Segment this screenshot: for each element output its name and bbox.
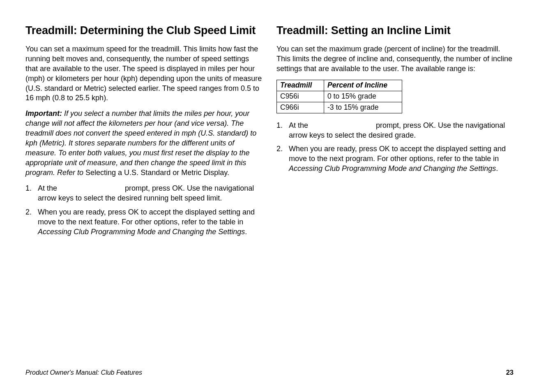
document-page: Treadmill: Determining the Club Speed Li… (0, 0, 539, 392)
left-step-2-italic: Accessing Club Programming Mode and Chan… (38, 228, 245, 236)
left-step-1-b: prompt, press OK. Use the navigational a… (38, 184, 254, 202)
left-step-1-a: At the (38, 184, 59, 192)
page-footer: Product Owner's Manual: Club Features 23 (25, 369, 514, 376)
left-column: Treadmill: Determining the Club Speed Li… (25, 24, 263, 241)
left-steps-list: At the prompt, press OK. Use the navigat… (25, 184, 263, 237)
left-step-1: At the prompt, press OK. Use the navigat… (25, 184, 263, 203)
left-important-paragraph: Important: If you select a number that l… (25, 109, 263, 178)
th-percent-incline: Percent of Incline (324, 80, 402, 91)
table-row: C956i 0 to 15% grade (277, 91, 402, 102)
td-range: 0 to 15% grade (324, 91, 402, 102)
right-step-1-a: At the (289, 121, 310, 129)
two-column-layout: Treadmill: Determining the Club Speed Li… (25, 24, 514, 241)
important-tail: Selecting a U.S. Standard or Metric Disp… (85, 168, 229, 177)
left-step-2: When you are ready, press OK to accept t… (25, 208, 263, 237)
right-heading: Treadmill: Setting an Incline Limit (276, 24, 514, 38)
right-intro-paragraph: You can set the maximum grade (percent o… (276, 44, 514, 74)
important-body-italic: If you select a number that limits the m… (25, 109, 256, 177)
left-step-2-a: When you are ready, press OK to accept t… (38, 208, 255, 226)
left-intro-paragraph: You can set a maximum speed for the trea… (25, 44, 263, 104)
left-heading: Treadmill: Determining the Club Speed Li… (25, 24, 263, 38)
td-model: C966i (277, 102, 324, 113)
right-step-2: When you are ready, press OK to accept t… (276, 144, 514, 174)
right-step-2-c: . (496, 164, 498, 173)
td-model: C956i (277, 91, 324, 102)
table-row: C966i -3 to 15% grade (277, 102, 402, 113)
right-step-2-italic: Accessing Club Programming Mode and Chan… (289, 164, 496, 173)
important-label: Important: (25, 109, 62, 118)
right-column: Treadmill: Setting an Incline Limit You … (276, 24, 514, 241)
left-step-2-c: . (245, 228, 247, 236)
right-steps-list: At the prompt, press OK. Use the navigat… (276, 121, 514, 174)
td-range: -3 to 15% grade (324, 102, 402, 113)
right-step-2-a: When you are ready, press OK to accept t… (289, 145, 506, 163)
table-header-row: Treadmill Percent of Incline (277, 80, 402, 91)
right-step-1: At the prompt, press OK. Use the navigat… (276, 121, 514, 141)
incline-range-table: Treadmill Percent of Incline C956i 0 to … (276, 80, 402, 113)
page-number: 23 (506, 369, 514, 376)
footer-title: Product Owner's Manual: Club Features (25, 369, 142, 376)
th-treadmill: Treadmill (277, 80, 324, 91)
right-step-1-b: prompt, press OK. Use the navigational a… (289, 121, 505, 139)
